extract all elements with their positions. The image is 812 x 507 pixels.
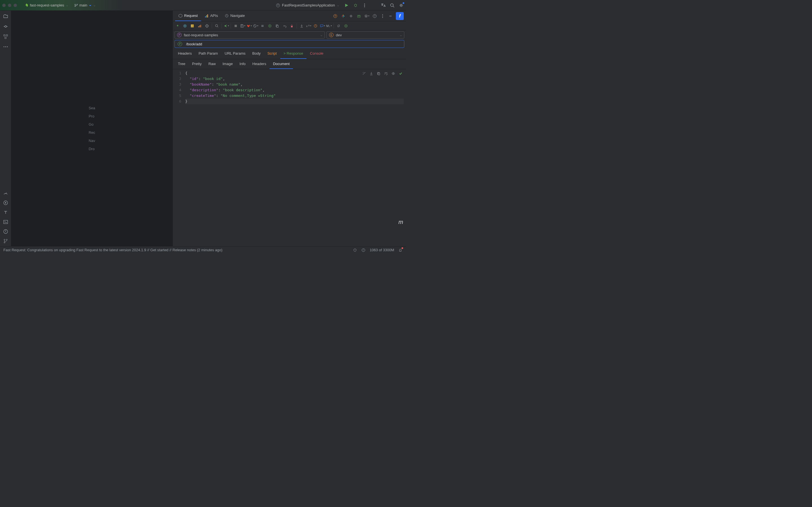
- svg-rect-50: [276, 25, 278, 27]
- markdown-icon[interactable]: M↓▾: [326, 24, 332, 27]
- commit-tool-icon[interactable]: [3, 24, 8, 29]
- target-icon[interactable]: [204, 23, 210, 29]
- copy-code-icon[interactable]: [376, 71, 381, 76]
- window-controls: [2, 4, 17, 7]
- url-input[interactable]: P /book/add: [174, 40, 404, 48]
- download-icon[interactable]: [369, 71, 374, 76]
- tab-headers[interactable]: Headers: [174, 48, 195, 59]
- gauge-tool-icon[interactable]: [3, 190, 8, 196]
- search-action-icon[interactable]: [214, 23, 220, 29]
- close-window[interactable]: [2, 4, 6, 7]
- maximize-window[interactable]: [13, 4, 17, 7]
- problems-tool-icon[interactable]: [3, 229, 8, 234]
- translate-icon[interactable]: [380, 3, 386, 8]
- wrap-icon[interactable]: [384, 71, 389, 76]
- tab-path-param[interactable]: Path Param: [195, 48, 221, 59]
- coffee-icon[interactable]: [356, 13, 361, 18]
- eye-icon[interactable]: [391, 71, 396, 76]
- search-icon[interactable]: [390, 3, 395, 8]
- copy-icon[interactable]: [274, 23, 280, 29]
- svg-rect-8: [4, 35, 5, 36]
- debug-button[interactable]: [353, 3, 358, 8]
- refresh-icon[interactable]: [336, 23, 342, 29]
- equals-icon[interactable]: [259, 23, 266, 29]
- lock-icon[interactable]: [289, 23, 295, 29]
- stats-icon[interactable]: [197, 23, 203, 29]
- undo-icon[interactable]: [282, 23, 288, 29]
- view-document[interactable]: Document: [269, 59, 293, 69]
- plugin-logo[interactable]: f: [396, 12, 404, 20]
- link-icon[interactable]: ▾: [306, 24, 311, 28]
- view-image[interactable]: Image: [219, 59, 236, 69]
- minimize-icon[interactable]: [388, 13, 393, 18]
- svg-rect-41: [199, 25, 200, 27]
- send-button[interactable]: ▾: [223, 24, 229, 28]
- navigate-icon: [225, 14, 229, 18]
- structure-tool-icon[interactable]: [3, 34, 8, 40]
- stop-icon[interactable]: [233, 23, 239, 29]
- tab-script[interactable]: Script: [264, 48, 280, 59]
- run-button[interactable]: [344, 3, 349, 8]
- apis-icon: [204, 14, 208, 18]
- view-info[interactable]: Info: [236, 59, 249, 69]
- view-pretty[interactable]: Pretty: [189, 59, 205, 69]
- slack-icon[interactable]: [341, 13, 346, 18]
- clear-icon[interactable]: ▾: [253, 24, 258, 28]
- shield-icon[interactable]: [353, 248, 357, 252]
- tab-url-params[interactable]: URL Params: [221, 48, 249, 59]
- fast-request-panel: Request APIs Navigate ▾ ? f: [172, 11, 406, 246]
- run-config-selector[interactable]: FastRequestSamplesApplication ⌵: [273, 2, 341, 9]
- tab-response[interactable]: > Response: [280, 48, 307, 59]
- settings-icon[interactable]: [399, 3, 404, 8]
- tab-request[interactable]: Request: [175, 11, 201, 21]
- tab-console[interactable]: Console: [306, 48, 327, 59]
- check-icon[interactable]: [398, 71, 403, 76]
- svg-point-4: [364, 6, 365, 7]
- status-message[interactable]: Fast Request: Congratulations on upgradi…: [3, 248, 222, 252]
- svg-point-44: [207, 25, 207, 26]
- gear-icon[interactable]: [349, 13, 354, 18]
- warning-icon[interactable]: [361, 248, 366, 252]
- gitlab-icon[interactable]: ▾: [246, 24, 252, 28]
- main-area: Sea Pro Go Rec Nav Dro Request APIs Navi…: [11, 11, 406, 246]
- view-response-headers[interactable]: Headers: [249, 59, 269, 69]
- terminal-tool-icon[interactable]: [3, 219, 8, 225]
- project-context-selector[interactable]: P fast-request-samples ⌵: [174, 31, 325, 39]
- upload-icon[interactable]: [333, 13, 338, 18]
- ai-icon[interactable]: [182, 23, 188, 29]
- svg-rect-42: [200, 25, 201, 27]
- tab-apis[interactable]: APIs: [201, 11, 221, 21]
- code-content[interactable]: { "id": "book id", "bookName": "book nam…: [184, 69, 406, 246]
- project-tool-icon[interactable]: [3, 13, 8, 19]
- magic-wand-icon[interactable]: [361, 71, 366, 76]
- add-icon[interactable]: [267, 23, 273, 29]
- sync-icon[interactable]: [343, 23, 349, 29]
- vcs-tool-icon[interactable]: [3, 238, 8, 244]
- js-icon[interactable]: JS: [189, 23, 195, 29]
- view-tree[interactable]: Tree: [174, 59, 189, 69]
- svg-rect-9: [6, 35, 8, 36]
- view-raw[interactable]: Raw: [205, 59, 219, 69]
- tab-navigate[interactable]: Navigate: [221, 11, 248, 21]
- tab-body[interactable]: Body: [249, 48, 264, 59]
- layers-icon[interactable]: ▾: [364, 13, 369, 18]
- minimize-window[interactable]: [8, 4, 11, 7]
- save-button[interactable]: ▾: [240, 24, 245, 28]
- env-selector[interactable]: E dev ⌵: [326, 31, 404, 39]
- help-icon[interactable]: ?: [372, 13, 377, 18]
- more-tools-icon[interactable]: [3, 44, 8, 50]
- project-selector[interactable]: fast-request-samples ⌵: [22, 2, 70, 8]
- comment-icon[interactable]: ▾: [320, 24, 325, 28]
- svg-rect-55: [378, 73, 380, 75]
- magic-icon[interactable]: [174, 23, 181, 29]
- panel-more-icon[interactable]: [380, 13, 385, 18]
- more-icon[interactable]: [362, 3, 367, 8]
- branch-selector[interactable]: main ⌵: [72, 2, 97, 8]
- import-icon[interactable]: [299, 23, 305, 29]
- placeholder-line: Nav: [89, 138, 95, 143]
- text-tool-icon[interactable]: [3, 210, 8, 215]
- notifications-icon[interactable]: [398, 248, 403, 252]
- services-tool-icon[interactable]: [3, 200, 8, 206]
- history-icon[interactable]: [312, 23, 319, 29]
- memory-indicator[interactable]: 1063 of 3300M: [370, 248, 394, 252]
